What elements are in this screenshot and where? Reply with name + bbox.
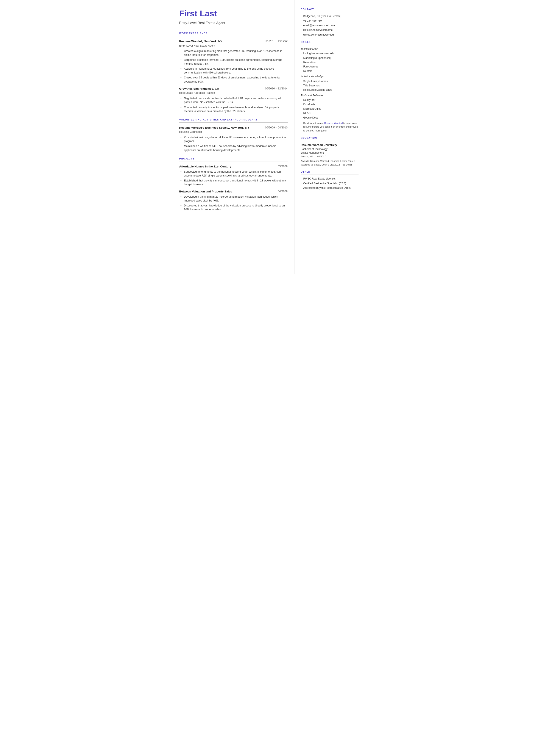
contact-list: Bridgeport, CT (Open to Remote) +1-234-4… (301, 14, 358, 37)
industry-knowledge-label: Industry Knowledge: (301, 75, 358, 78)
skill-foreclosures: Foreclosures (301, 65, 358, 69)
project-1-bullet-1: Suggested amendments to the national hou… (181, 170, 288, 178)
skill-real-estate-zoning: Real Estate Zoning Laws (301, 88, 358, 92)
volunteer-1-bullet-2: Maintained a waitlist of 140+ households… (181, 144, 288, 152)
work-experience-section-title: WORK EXPERIENCE (179, 32, 288, 36)
project-1-header: Affordable Homes in the 21st Century 05/… (179, 164, 288, 169)
technical-skill-label: Technical Skill: (301, 47, 358, 51)
job-2-bullets: Negotiated real estate contracts on beha… (179, 96, 288, 113)
project-2-name: Between Valuation and Property Sales (179, 189, 232, 194)
tools-software-label: Tools and Software: (301, 94, 358, 98)
job-2-company: Growthsi, San Francisco, CA (179, 87, 219, 91)
volunteer-1-bullets: Provided win-win negotiation skills to 1… (179, 135, 288, 152)
project-1: Affordable Homes in the 21st Century 05/… (179, 164, 288, 186)
job-2-bullet-2: Conducted property inspections, performe… (181, 105, 288, 113)
skill-marketing: Marketing (Experienced) (301, 56, 358, 60)
project-2-date: 04/2009 (278, 189, 287, 193)
projects-section-title: PROJECTS (179, 157, 288, 162)
contact-linkedin: linkedin.com/in/username (301, 28, 358, 32)
skill-title-searches: Title Searches (301, 84, 358, 88)
promo-text: Don't forget to use Resume Worded to sca… (301, 121, 358, 132)
job-1-role: Entry-Level Real Estate Agent (179, 44, 288, 48)
other-list: RWEC Real Estate License. Certified Resi… (301, 177, 358, 190)
job-1: Resume Worded, New York, NY 01/2015 – Pr… (179, 39, 288, 84)
job-2-bullet-1: Negotiated real estate contracts on beha… (181, 96, 288, 104)
tool-google-docs: Google Docs (301, 116, 358, 120)
industry-skills-list: Single Family Homes Title Searches Real … (301, 79, 358, 92)
job-1-bullet-4: Closed over 35 deals within 53 days of e… (181, 76, 288, 83)
name-heading: First Last (179, 8, 288, 20)
job-1-bullet-1: Created a digital marketing plan that ge… (181, 49, 288, 57)
promo-link[interactable]: Resume Worded (324, 122, 343, 124)
project-2: Between Valuation and Property Sales 04/… (179, 189, 288, 211)
education-section-title: EDUCATION (301, 136, 358, 141)
volunteering-section-title: VOLUNTEERING ACTIVITIES AND EXTRACURRICU… (179, 118, 288, 123)
tool-realtystar: RealtyStar (301, 98, 358, 102)
skill-rentals: Rentals (301, 70, 358, 73)
project-1-bullet-2: Established that the city can construct … (181, 179, 288, 186)
other-abr: Accredited Buyer's Representative (ABR). (301, 186, 358, 190)
project-2-bullet-1: Developed a training manual incorporatin… (181, 195, 288, 203)
volunteer-1: Resume Worded's Business Society, New Yo… (179, 126, 288, 152)
tool-microsoft-office: Microsoft Office (301, 107, 358, 111)
job-1-bullets: Created a digital marketing plan that ge… (179, 49, 288, 84)
contact-email: email@resumeworded.com (301, 24, 358, 27)
job-2-dates: 06/2010 – 12/2014 (265, 87, 287, 91)
job-2-role: Real Estate Appraiser Trainee (179, 91, 288, 95)
skills-section-title: SKILLS (301, 41, 358, 45)
job-1-bullet-3: Assisted in managing 2.7K listings from … (181, 67, 288, 74)
tool-databasix: DataBasix (301, 103, 358, 106)
job-1-dates: 01/2015 – Present (266, 39, 287, 43)
other-section-title: OTHER (301, 170, 358, 175)
job-1-company: Resume Worded, New York, NY (179, 39, 222, 43)
tools-list: RealtyStar DataBasix Microsoft Office RE… (301, 98, 358, 120)
project-2-bullets: Developed a training manual incorporatin… (179, 195, 288, 211)
job-2: Growthsi, San Francisco, CA 06/2010 – 12… (179, 87, 288, 113)
other-crs: Certified Residential Specialist (CRS). (301, 182, 358, 185)
volunteer-1-company: Resume Worded's Business Society, New Yo… (179, 126, 249, 130)
tool-react: REACT (301, 111, 358, 115)
contact-phone: +1-234-456-789 (301, 19, 358, 23)
project-1-date: 05/2009 (278, 164, 287, 168)
contact-location: Bridgeport, CT (Open to Remote) (301, 14, 358, 18)
job-1-bullet-2: Bargained profitable terms for 1.3K clie… (181, 58, 288, 66)
project-1-bullets: Suggested amendments to the national hou… (179, 170, 288, 187)
skill-listing-homes: Listing Homes (Advanced) (301, 52, 358, 55)
job-1-header: Resume Worded, New York, NY 01/2015 – Pr… (179, 39, 288, 43)
title-subtitle: Entry-Level Real Estate Agent (179, 20, 288, 25)
contact-github: github.com/resumeworded (301, 33, 358, 37)
volunteer-1-bullet-1: Provided win-win negotiation skills to 1… (181, 135, 288, 143)
project-2-bullet-2: Discovered that vast knowledge of the va… (181, 204, 288, 211)
skill-single-family-homes: Single Family Homes (301, 79, 358, 83)
left-column: First Last Entry-Level Real Estate Agent… (171, 0, 295, 274)
volunteer-1-header: Resume Worded's Business Society, New Yo… (179, 126, 288, 130)
volunteer-1-role: Housing Counselor (179, 130, 288, 134)
edu-awards: Awards: Resume Worded Teaching Fellow (o… (301, 159, 358, 166)
job-2-header: Growthsi, San Francisco, CA 06/2010 – 12… (179, 87, 288, 91)
project-1-name: Affordable Homes in the 21st Century (179, 164, 231, 169)
project-2-header: Between Valuation and Property Sales 04/… (179, 189, 288, 194)
contact-section-title: CONTACT (301, 8, 358, 12)
volunteer-1-dates: 06/2009 – 04/2010 (265, 126, 287, 129)
right-column: CONTACT Bridgeport, CT (Open to Remote) … (295, 0, 365, 274)
edu-school: Resume Worded University (301, 143, 358, 147)
skill-relocation: Relocation (301, 61, 358, 64)
other-rwec: RWEC Real Estate License. (301, 177, 358, 181)
edu-date: Boston, MA — 05/2010 (301, 155, 358, 158)
edu-field: Estate Management (301, 151, 358, 155)
technical-skills-list: Listing Homes (Advanced) Marketing (Expe… (301, 52, 358, 73)
resume-page: First Last Entry-Level Real Estate Agent… (171, 0, 365, 274)
edu-degree: Bachelor of Technology (301, 147, 358, 151)
